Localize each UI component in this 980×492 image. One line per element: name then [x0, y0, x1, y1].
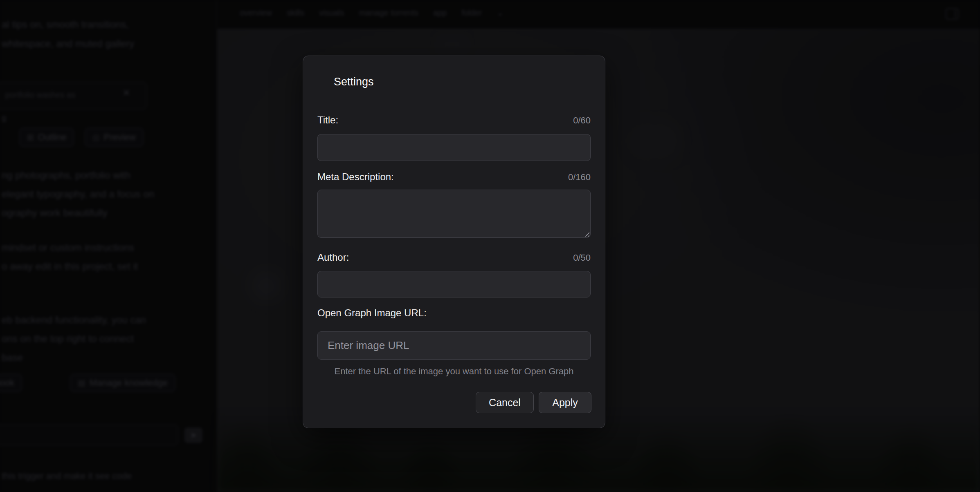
author-counter: 0/50: [573, 253, 591, 263]
og-helper-text: Enter the URL of the image you want to u…: [317, 366, 591, 377]
og-image-url-input[interactable]: [317, 331, 591, 360]
settings-modal: Settings Title: 0/60 Meta Description: 0…: [303, 56, 605, 428]
modal-title: Settings: [334, 76, 374, 88]
apply-button[interactable]: Apply: [539, 392, 591, 413]
author-input[interactable]: [317, 271, 591, 297]
divider: [317, 100, 591, 100]
meta-description-counter: 0/160: [568, 172, 591, 183]
title-counter: 0/60: [573, 115, 591, 126]
og-image-url-label: Open Graph Image URL:: [317, 307, 427, 319]
app-screen: overview skills visuals manage torrents …: [0, 0, 980, 492]
meta-description-label: Meta Description:: [317, 171, 394, 183]
title-input[interactable]: [317, 134, 591, 161]
cancel-button[interactable]: Cancel: [476, 392, 534, 413]
author-label: Author:: [317, 252, 349, 263]
title-label: Title:: [317, 114, 338, 126]
meta-description-textarea[interactable]: [317, 190, 591, 238]
